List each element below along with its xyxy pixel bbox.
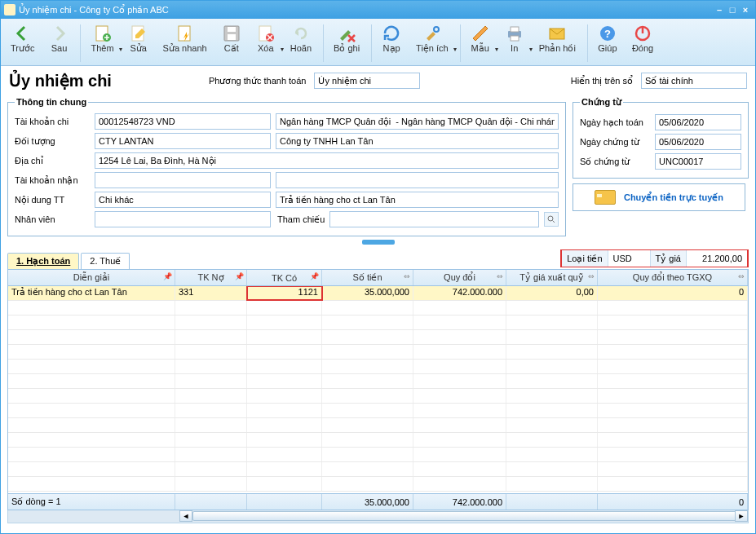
toolbar-separator (80, 24, 81, 62)
tab-accounting[interactable]: 1. Hạch toán (7, 253, 79, 269)
online-transfer-button[interactable]: Chuyển tiền trực tuyến (573, 183, 745, 211)
voucher-no-field[interactable] (655, 153, 741, 170)
edit-button[interactable]: Sửa (122, 21, 155, 56)
account-recv-label: Tài khoản nhận (15, 175, 90, 186)
edit-label: Sửa (130, 43, 146, 54)
horizontal-scrollbar[interactable]: ◄ ► (7, 510, 749, 523)
toolbar-separator (460, 24, 461, 62)
col-rateout[interactable]: Tỷ giá xuất quỹ⇔ (506, 270, 598, 285)
table-row[interactable] (8, 330, 748, 345)
help-button[interactable]: ? Giúp (591, 21, 624, 55)
cell-rateout[interactable]: 0,00 (506, 286, 598, 300)
delete-button[interactable]: Xóa ▾ (250, 21, 282, 55)
content-code-field[interactable] (95, 192, 271, 208)
collapse-bar[interactable] (1, 238, 755, 246)
scroll-right-icon[interactable]: ► (735, 510, 748, 522)
grid-body[interactable]: Trả tiền hàng cho ct Lan Tân 331 1121 35… (8, 286, 748, 493)
table-row[interactable] (8, 448, 748, 462)
pay-method-select[interactable] (314, 73, 420, 89)
unpost-button[interactable]: Bỏ ghi (327, 21, 366, 56)
table-row[interactable] (8, 345, 748, 360)
feedback-label: Phản hồi (539, 43, 576, 54)
pin-icon[interactable]: 📌 (235, 272, 244, 280)
tab-tax[interactable]: 2. Thuế (81, 253, 130, 269)
table-row[interactable] (8, 360, 748, 374)
load-button[interactable]: Nạp (375, 21, 408, 56)
table-row[interactable] (8, 404, 748, 418)
quick-edit-button[interactable]: Sửa nhanh (157, 21, 214, 56)
svg-rect-11 (511, 27, 519, 32)
account-recv-bank-field[interactable] (276, 172, 559, 188)
table-row[interactable] (8, 477, 748, 492)
scroll-left-icon[interactable]: ◄ (179, 510, 192, 522)
account-pay-field[interactable] (95, 113, 271, 130)
bank-field[interactable] (276, 113, 559, 130)
svg-rect-5 (228, 27, 236, 32)
cell-convout[interactable]: 0 (598, 286, 748, 300)
feedback-button[interactable]: Phản hồi (533, 21, 582, 56)
add-button[interactable]: Thêm ▾ (84, 21, 120, 55)
col-tkco[interactable]: TK Có📌 (247, 270, 322, 285)
voucher-date-field[interactable] (655, 134, 741, 150)
cell-amount[interactable]: 35.000,000 (322, 286, 413, 300)
pin-icon[interactable]: ⇔ (404, 272, 410, 280)
pin-icon[interactable]: 📌 (310, 272, 319, 280)
print-button[interactable]: In ▾ (498, 21, 531, 55)
close-window-button[interactable]: × (739, 5, 752, 15)
ref-field[interactable] (329, 211, 539, 227)
ref-lookup-icon[interactable] (544, 212, 559, 227)
currency-type-value[interactable]: USD (608, 250, 651, 267)
table-row[interactable] (8, 301, 748, 316)
object-name-field[interactable] (276, 133, 559, 149)
pin-icon[interactable]: ⇔ (738, 272, 745, 280)
col-converted[interactable]: Quy đổi⇔ (413, 270, 506, 285)
table-row[interactable] (8, 374, 748, 389)
unpost-label: Bỏ ghi (334, 43, 360, 54)
prev-button[interactable]: Trước (4, 21, 41, 56)
col-desc[interactable]: Diễn giải📌 (8, 270, 175, 285)
table-row[interactable]: Trả tiền hàng cho ct Lan Tân 331 1121 35… (8, 286, 748, 301)
display-book-select[interactable] (641, 73, 747, 89)
account-recv-field[interactable] (95, 172, 271, 188)
cell-tkco[interactable]: 1121 (247, 286, 322, 300)
cell-converted[interactable]: 742.000.000 (413, 286, 506, 300)
cell-desc[interactable]: Trả tiền hàng cho ct Lan Tân (8, 286, 175, 300)
address-field[interactable] (95, 152, 559, 169)
ruler-icon (471, 24, 490, 43)
pin-icon[interactable]: ⇔ (588, 272, 595, 280)
staff-field[interactable] (95, 211, 271, 227)
cell-tkno[interactable]: 331 (175, 286, 247, 300)
template-button[interactable]: Mẫu ▾ (464, 21, 497, 56)
maximize-button[interactable]: □ (726, 5, 739, 15)
table-row[interactable] (8, 389, 748, 404)
table-row[interactable] (8, 433, 748, 448)
content-text-field[interactable] (276, 192, 559, 208)
undo-button[interactable]: Hoãn (284, 21, 318, 55)
close-button[interactable]: Đóng (626, 21, 660, 55)
table-row[interactable] (8, 462, 748, 477)
save-button[interactable]: Cất (215, 21, 248, 56)
staff-label: Nhân viên (15, 214, 90, 224)
accounting-grid: Diễn giải📌 TK Nợ📌 TK Có📌 Số tiền⇔ Quy đổ… (7, 269, 749, 510)
pin-icon[interactable]: 📌 (163, 272, 172, 280)
pin-icon[interactable]: ⇔ (497, 272, 503, 280)
pay-method-label: Phương thức thanh toán (209, 76, 306, 86)
help-icon: ? (598, 24, 617, 43)
object-code-field[interactable] (95, 133, 271, 149)
currency-rate-value[interactable]: 21.200,00 (687, 250, 747, 267)
col-amount[interactable]: Số tiền⇔ (322, 270, 413, 285)
minimize-button[interactable]: – (713, 5, 726, 15)
next-button[interactable]: Sau (42, 21, 75, 55)
scroll-thumb[interactable] (192, 511, 747, 521)
col-convout[interactable]: Quy đổi theo TGXQ⇔ (598, 270, 748, 285)
posted-date-label: Ngày hạch toán (580, 117, 650, 128)
posted-date-field[interactable] (655, 114, 741, 130)
sum-converted: 742.000.000 (413, 494, 506, 510)
table-row[interactable] (8, 316, 748, 330)
toolbar-separator (323, 24, 324, 62)
util-button[interactable]: Tiện ích ▾ (409, 21, 455, 56)
dropdown-caret-icon[interactable]: ▾ (453, 46, 457, 53)
table-row[interactable] (8, 418, 748, 433)
col-tkno[interactable]: TK Nợ📌 (175, 270, 247, 285)
titlebar: Ủy nhiệm chi - Công ty Cổ phần ABC – □ × (1, 1, 755, 19)
